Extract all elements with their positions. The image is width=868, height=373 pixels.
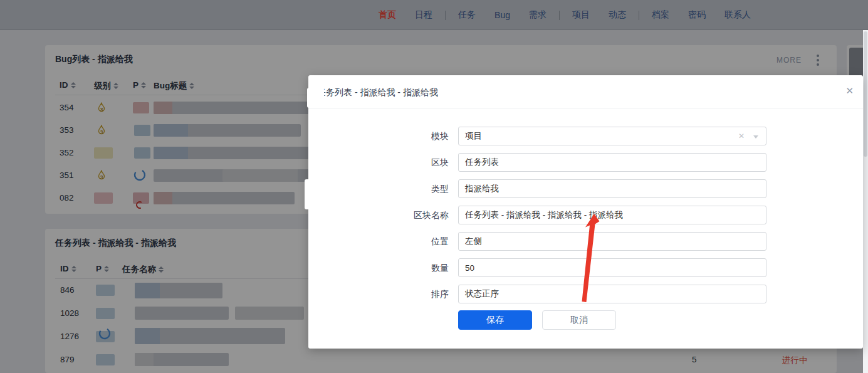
censor-patch xyxy=(305,179,312,209)
module-value: 项目 xyxy=(465,130,482,142)
count-input[interactable] xyxy=(458,258,766,277)
module-label: 模块 xyxy=(308,127,449,145)
save-button[interactable]: 保存 xyxy=(458,310,532,330)
sort-label: 排序 xyxy=(308,285,449,303)
clear-icon[interactable]: ✕ xyxy=(738,132,745,140)
dashboard-screen: 首页 日程 任务 Bug 需求 项目 动态 档案 密码 联系人 Bug列表 - … xyxy=(0,0,868,373)
block-name-label: 区块名称 xyxy=(308,206,449,224)
chevron-down-icon xyxy=(753,135,758,139)
censor-patch xyxy=(307,88,324,108)
position-label: 位置 xyxy=(308,232,449,251)
block-name-input[interactable] xyxy=(458,206,766,224)
count-label: 数量 xyxy=(308,258,449,277)
close-icon[interactable]: ✕ xyxy=(845,85,854,97)
type-value: 指派给我 xyxy=(465,183,499,194)
block-label: 区块 xyxy=(308,153,449,172)
cancel-button[interactable]: 取消 xyxy=(542,310,616,330)
scrollbar[interactable] xyxy=(863,30,868,373)
sort-value: 状态正序 xyxy=(465,288,499,300)
block-settings-modal: 任务列表 - 指派给我 - 指派给我 ✕ 模块 项目 ✕ 区块 任务列表 ✕ 类… xyxy=(308,75,863,349)
position-value: 左侧 xyxy=(465,236,482,247)
module-select[interactable]: 项目 ✕ xyxy=(458,127,766,145)
sort-select[interactable]: 状态正序 xyxy=(458,285,766,303)
scrollbar-thumb[interactable] xyxy=(864,31,867,157)
type-select[interactable]: 指派给我 xyxy=(458,179,766,198)
block-value: 任务列表 xyxy=(465,157,499,168)
type-label: 类型 xyxy=(308,179,449,198)
modal-divider xyxy=(308,108,863,108)
position-select[interactable]: 左侧 xyxy=(458,232,766,251)
modal-title: 任务列表 - 指派给我 - 指派给我 xyxy=(317,87,438,98)
block-select[interactable]: 任务列表 ✕ xyxy=(458,153,766,172)
